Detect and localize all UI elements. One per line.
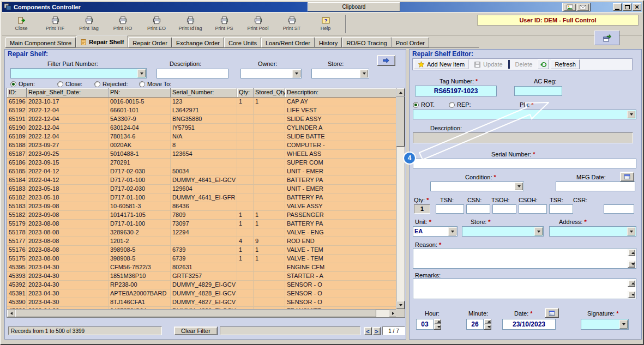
tsoh-input[interactable]: [492, 204, 516, 214]
table-row[interactable]: 551832023-09-0810-60581-386436VALVE ASSY: [7, 202, 397, 211]
tab-ro-eo-tracing[interactable]: RO/EO Tracing: [342, 37, 392, 47]
help-button[interactable]: Help: [309, 14, 342, 34]
hour-spinner[interactable]: 03: [416, 319, 441, 330]
spin-up-icon[interactable]: [484, 319, 491, 324]
spin-down-icon[interactable]: [434, 324, 441, 330]
close-button[interactable]: Close: [4, 14, 38, 34]
tab-exchange-order[interactable]: Exchange Order: [172, 37, 224, 47]
column-header-serial-number[interactable]: Serial_Number:: [171, 88, 237, 98]
print-idtag-button[interactable]: Print IdTag: [173, 14, 207, 34]
radio-move-to[interactable]: Move To:: [139, 81, 171, 87]
column-header-stored-qty[interactable]: Stored_Qty:: [254, 88, 285, 98]
tab-repair-order[interactable]: Repair Order: [128, 37, 172, 47]
table-row[interactable]: 651902022-12-04630124-04IY57951CYLINDER …: [7, 124, 397, 132]
table-row[interactable]: 651912022-12-045A3307-9BNG35880SLIDE ASS…: [7, 115, 397, 124]
dropdown-arrow-icon[interactable]: [292, 70, 300, 77]
csoh-input[interactable]: [519, 204, 547, 214]
mail-tool-button[interactable]: [577, 4, 589, 11]
signature-combo[interactable]: [581, 319, 629, 330]
table-row[interactable]: 453912023-04-30APTE8A20007BARDDUMMY_4828…: [7, 289, 397, 298]
table-row[interactable]: 551782023-08-083289630-212294VALVE - ENG: [7, 228, 397, 237]
unit-combo[interactable]: EA: [413, 226, 458, 237]
update-button[interactable]: Update: [470, 59, 506, 69]
scroll-down-icon[interactable]: [628, 291, 635, 298]
tab-core-units[interactable]: Core Units: [224, 37, 261, 47]
add-new-item-button[interactable]: Add New Item: [414, 59, 468, 69]
scroll-left-icon[interactable]: [7, 310, 15, 317]
column-header-qty[interactable]: Qty:: [237, 88, 254, 98]
column-header-pn[interactable]: PN:: [109, 88, 171, 98]
print-eo-button[interactable]: Print EO: [140, 14, 173, 34]
close-window-button[interactable]: [633, 3, 641, 11]
radio-rot[interactable]: ROT.: [413, 101, 435, 108]
column-header-id[interactable]: ID:: [7, 88, 27, 98]
table-row[interactable]: 651872023-09-255010488-1123654WHEEL ASS: [7, 150, 397, 159]
tab-pool-order[interactable]: Pool Order: [392, 37, 429, 47]
table-row[interactable]: 453932023-04-301851M36P10GRTF3257STARTER…: [7, 272, 397, 281]
table-row[interactable]: 453922023-04-30RP238-00DUMMY_4829_EI-GCV…: [7, 281, 397, 289]
table-row[interactable]: 651892022-12-04780134-6N/ASLIDE BATTE: [7, 132, 397, 141]
table-row[interactable]: 651922022-12-0466601-101L3642971LIFE VES…: [7, 106, 397, 115]
export-button[interactable]: [594, 31, 619, 45]
dropdown-arrow-icon[interactable]: [534, 227, 543, 235]
spin-up-icon[interactable]: [434, 319, 441, 324]
csn-input[interactable]: [466, 204, 490, 214]
print-tag-button[interactable]: Print Tag: [72, 14, 106, 34]
minute-spinner[interactable]: 26: [466, 319, 491, 330]
table-row[interactable]: 551822023-09-081014171-105780911PASSENGE…: [7, 211, 397, 220]
date-field[interactable]: 23/10/2023: [502, 319, 556, 330]
table-row[interactable]: 551762023-08-08398908-5673911VALVE - TEM: [7, 246, 397, 255]
picture-tool-button[interactable]: [564, 4, 576, 11]
csr-input[interactable]: [604, 204, 634, 214]
horizontal-scrollbar[interactable]: [7, 309, 397, 317]
address-combo[interactable]: [549, 226, 636, 237]
reason-textarea[interactable]: [413, 248, 636, 269]
radio-close[interactable]: Close:: [57, 81, 82, 87]
table-row[interactable]: 651852022-04-12D717-02-03050034UNIT - EM…: [7, 167, 397, 176]
print-tif-button[interactable]: Print TIF: [38, 14, 72, 34]
table-row[interactable]: 551792023-08-08D717-01-1007309711BATTERY…: [7, 220, 397, 228]
store-combo[interactable]: [462, 226, 544, 237]
vertical-scroll-thumb[interactable]: [396, 96, 405, 147]
scroll-down-icon[interactable]: [396, 301, 405, 309]
table-row[interactable]: 651962023-10-170016-0015-512311CAP AY: [7, 98, 397, 106]
scroll-up-icon[interactable]: [396, 88, 405, 96]
scroll-up-icon[interactable]: [628, 249, 635, 256]
date-calendar-button[interactable]: [545, 308, 559, 318]
radio-rep[interactable]: REP:: [449, 101, 471, 108]
ac-reg-field[interactable]: [514, 86, 562, 96]
table-row[interactable]: 651822023-05-18D717-01-100DUMMY_4641_EI-…: [7, 193, 397, 202]
tab-loan-rent-order[interactable]: Loan/Rent Order: [261, 37, 315, 47]
table-row[interactable]: 651882023-09-270020AK8COMPUTER -: [7, 141, 397, 150]
next-page-button[interactable]: >: [372, 327, 381, 335]
table-row[interactable]: 551752023-08-08398908-5673911VALVE - TEM: [7, 255, 397, 263]
print-st-button[interactable]: Print ST: [275, 14, 309, 34]
table-row[interactable]: 651832023-05-18D717-02-030129604UNIT - E…: [7, 185, 397, 193]
tab-main-component-store[interactable]: Main Component Store: [5, 37, 76, 47]
radio-open[interactable]: Open:: [10, 81, 35, 87]
filter-part-number-combo[interactable]: [10, 68, 147, 78]
store-filter-combo[interactable]: [311, 69, 369, 78]
dropdown-arrow-icon[interactable]: [627, 227, 635, 235]
delete-button[interactable]: Delete: [511, 59, 537, 69]
scroll-up-icon[interactable]: [628, 280, 635, 287]
table-row[interactable]: 453952023-04-30CFM56-7B22/3802631ENGINE …: [7, 263, 397, 272]
apply-filter-button[interactable]: [377, 55, 395, 66]
clear-filter-button[interactable]: Clear Filter: [174, 326, 218, 335]
minimize-button[interactable]: [613, 3, 622, 11]
column-header-description[interactable]: Description:: [285, 88, 397, 98]
radio-rejected[interactable]: Rejected:: [94, 81, 128, 87]
pn-combo[interactable]: [413, 110, 636, 119]
table-row[interactable]: 651842022-04-12D717-01-100DUMMY_4641_EI-…: [7, 176, 397, 185]
tab-repair-shelf[interactable]: Repair Shelf: [76, 35, 128, 47]
scroll-down-icon[interactable]: [628, 261, 635, 268]
dropdown-arrow-icon[interactable]: [627, 111, 635, 118]
remarks-textarea[interactable]: [413, 279, 636, 299]
dropdown-arrow-icon[interactable]: [360, 70, 368, 77]
print-pool-button[interactable]: Print Pool: [241, 14, 275, 34]
dropdown-arrow-icon[interactable]: [137, 69, 146, 77]
print-ro-button[interactable]: Print RO: [106, 14, 140, 34]
description-filter-input[interactable]: [157, 69, 228, 78]
refresh-button[interactable]: Refresh: [551, 59, 580, 69]
vertical-scrollbar[interactable]: [396, 88, 405, 309]
